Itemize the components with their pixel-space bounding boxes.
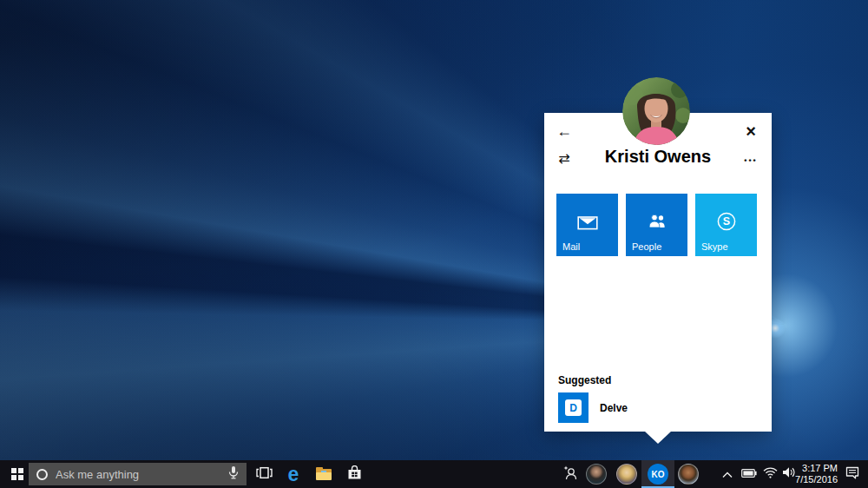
skype-tile-label: Skype [701, 241, 728, 252]
taskbar: e [0, 460, 868, 488]
battery-icon [741, 466, 757, 482]
wifi-icon [763, 466, 778, 482]
people-contact-icon [562, 465, 578, 484]
pinned-contact-3[interactable] [678, 460, 699, 488]
contact-avatar [678, 464, 699, 485]
file-explorer-icon [316, 468, 332, 480]
clock-time: 3:17 PM [802, 463, 838, 474]
speaker-icon [782, 466, 796, 482]
contact-name: Kristi Owens [544, 147, 772, 167]
skype-icon: S [716, 218, 737, 232]
store-button[interactable] [344, 460, 365, 488]
contact-initials-badge: KO [648, 464, 668, 485]
svg-text:S: S [722, 215, 729, 228]
task-view-icon [256, 466, 273, 483]
my-people-flyout: ← × ⇄ Kristi Owens ••• Mail [544, 113, 772, 432]
mail-tile-label: Mail [562, 241, 580, 252]
people-tile[interactable]: People [626, 194, 687, 256]
task-view-button[interactable] [253, 460, 274, 488]
contact-avatar [586, 464, 607, 485]
skype-tile[interactable]: S Skype [695, 194, 757, 256]
suggested-item-label: Delve [600, 402, 628, 414]
store-icon [347, 465, 362, 484]
pinned-contact-2[interactable] [616, 460, 637, 488]
action-center-icon [845, 466, 859, 483]
cortana-search-box[interactable] [29, 463, 247, 485]
show-hidden-icons-button[interactable] [720, 460, 734, 488]
pinned-contact-kristi-owens-active[interactable]: KO [641, 460, 674, 488]
mail-tile[interactable]: Mail [556, 194, 618, 256]
mail-icon [577, 221, 598, 230]
app-tiles: Mail People S [556, 194, 757, 256]
network-status[interactable] [762, 460, 778, 488]
contact-avatar [616, 464, 637, 485]
people-icon [647, 221, 667, 229]
windows-logo-icon [11, 468, 24, 481]
delve-icon: D [558, 392, 589, 423]
desktop: ← × ⇄ Kristi Owens ••• Mail [0, 0, 868, 488]
people-tile-label: People [632, 241, 661, 252]
chevron-up-icon [722, 466, 733, 482]
suggested-item-delve[interactable]: D Delve [558, 392, 628, 423]
edge-browser-button[interactable]: e [283, 460, 304, 488]
battery-status[interactable] [741, 460, 757, 488]
my-people-button[interactable] [560, 460, 581, 488]
edge-icon: e [288, 465, 299, 484]
clock-date: 7/15/2016 [795, 474, 838, 485]
clock[interactable]: 3:17 PM 7/15/2016 [797, 460, 838, 488]
file-explorer-button[interactable] [313, 460, 334, 488]
search-input[interactable] [48, 463, 228, 485]
contact-photo [622, 77, 690, 145]
flyout-pointer [644, 431, 672, 444]
more-options-button[interactable]: ••• [741, 151, 760, 170]
suggested-heading: Suggested [558, 374, 611, 386]
action-center-button[interactable] [842, 460, 863, 488]
cortana-icon [36, 469, 48, 480]
pinned-contact-1[interactable] [586, 460, 607, 488]
back-button[interactable]: ← [555, 122, 574, 141]
microphone-icon[interactable] [228, 465, 239, 483]
close-button[interactable]: × [741, 122, 760, 141]
